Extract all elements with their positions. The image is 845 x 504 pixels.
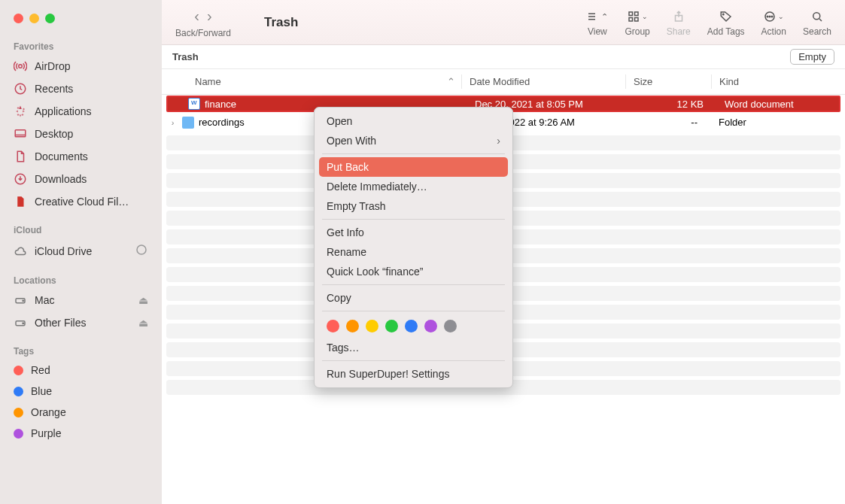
eject-icon[interactable]: ⏏ [138,294,148,306]
airdrop-icon [14,59,27,73]
group-button[interactable]: ⌄Group [625,8,649,37]
sort-indicator-icon: ⌃ [447,76,455,87]
submenu-icon: › [497,135,500,147]
tag-blue-button[interactable] [405,320,418,332]
icloud-header: iCloud [0,220,162,238]
menu-tags[interactable]: Tags… [315,338,512,357]
sidebar-icloud-drive[interactable]: iCloud Drive [0,238,162,263]
svg-point-17 [767,16,769,17]
apps-icon [14,105,27,118]
sidebar-downloads[interactable]: Downloads [0,168,162,190]
expand-icon[interactable]: › [168,118,178,127]
sidebar-tag-orange[interactable]: Orange [0,402,162,423]
forward-button[interactable]: › [205,6,214,26]
sidebar-item-label: Downloads [35,173,87,185]
favorites-header: Favorites [0,37,162,55]
tag-yellow-button[interactable] [366,320,378,332]
menu-empty-trash[interactable]: Empty Trash [315,196,512,216]
progress-icon [135,243,148,259]
tag-dot-icon [14,366,23,375]
sidebar-other-files[interactable]: Other Files⏏ [0,311,162,334]
svg-rect-12 [635,18,639,22]
zoom-window-button[interactable] [45,14,55,23]
file-name: recordings [199,117,245,128]
location-label: Trash [172,51,199,62]
sidebar-airdrop[interactable]: AirDrop [0,55,162,77]
add-tags-button[interactable]: Add Tags [707,8,745,37]
svg-point-4 [137,245,146,254]
file-size: -- [625,117,711,128]
tag-orange-button[interactable] [346,320,359,332]
folder-icon [182,117,194,129]
sidebar-mac[interactable]: Mac⏏ [0,289,162,311]
sidebar-item-label: Blue [31,385,52,397]
menu-open-with[interactable]: Open With› [315,131,512,150]
tag-green-button[interactable] [385,320,398,332]
menu-put-back[interactable]: Put Back [319,157,508,177]
sidebar-tag-purple[interactable]: Purple [0,423,162,444]
sidebar-item-label: iCloud Drive [35,245,92,257]
file-icon [14,195,27,208]
action-button[interactable]: ⌄Action [761,8,786,37]
file-kind: Word document [717,99,839,110]
sidebar-item-label: Orange [31,406,66,418]
empty-trash-button[interactable]: Empty [790,49,834,65]
column-name[interactable]: Name⌃ [162,76,461,87]
column-size[interactable]: Size [625,74,711,90]
sidebar-creative-cloud[interactable]: Creative Cloud Fil… [0,190,162,213]
tag-icon [719,8,733,26]
share-button: Share [667,8,691,37]
grid-icon: ⌄ [627,8,648,26]
sidebar-item-label: Other Files [35,317,86,329]
sidebar-item-label: Creative Cloud Fil… [35,196,129,208]
search-icon [810,8,824,26]
tag-dot-icon [14,429,23,439]
sidebar-item-label: Desktop [35,128,73,140]
sidebar-tag-blue[interactable]: Blue [0,381,162,402]
tag-dot-icon [14,408,23,417]
menu-delete-immediately[interactable]: Delete Immediately… [315,177,512,196]
action-icon: ⌄ [763,8,784,26]
main-content: ‹ › Back/Forward Trash ⌃View ⌄Group Shar… [162,0,845,504]
menu-separator [322,311,505,311]
sidebar-item-label: Applications [35,105,92,117]
sidebar-recents[interactable]: Recents [0,77,162,100]
search-button[interactable]: Search [803,8,831,37]
sidebar-item-label: Mac [35,294,54,306]
disk-icon [14,293,27,307]
sidebar-desktop[interactable]: Desktop [0,123,162,145]
locations-header: Locations [0,271,162,289]
sidebar-item-label: Purple [31,427,61,439]
cloud-icon [14,244,27,258]
eject-icon[interactable]: ⏏ [138,317,148,329]
menu-quick-look[interactable]: Quick Look “finance” [315,262,512,281]
svg-point-8 [23,323,24,324]
tag-purple-button[interactable] [424,320,437,332]
column-headers: Name⌃ Date Modified Size Kind [162,69,845,95]
sidebar-applications[interactable]: Applications [0,100,162,123]
menu-copy[interactable]: Copy [315,288,512,308]
tag-gray-button[interactable] [444,320,457,332]
menu-open[interactable]: Open [315,111,512,131]
view-button[interactable]: ⌃View [586,8,608,37]
svg-point-6 [23,300,24,302]
sidebar-item-label: AirDrop [35,60,70,72]
minimize-window-button[interactable] [29,14,39,23]
sidebar-item-label: Documents [35,150,88,162]
menu-separator [322,284,505,285]
disk-icon [14,316,27,329]
column-kind[interactable]: Kind [711,74,845,90]
tag-red-button[interactable] [327,320,339,332]
tags-header: Tags [0,342,162,360]
nav-group: ‹ › Back/Forward [175,6,231,38]
sidebar-tag-red[interactable]: Red [0,360,162,381]
sidebar-documents[interactable]: Documents [0,145,162,168]
column-date[interactable]: Date Modified [461,74,625,90]
back-button[interactable]: ‹ [193,6,201,26]
menu-rename[interactable]: Rename [315,242,512,262]
close-window-button[interactable] [14,14,23,23]
menu-run-superduper[interactable]: Run SuperDuper! Settings [315,364,512,384]
svg-point-0 [19,65,23,68]
menu-tag-colors [315,314,512,338]
menu-get-info[interactable]: Get Info [315,223,512,242]
